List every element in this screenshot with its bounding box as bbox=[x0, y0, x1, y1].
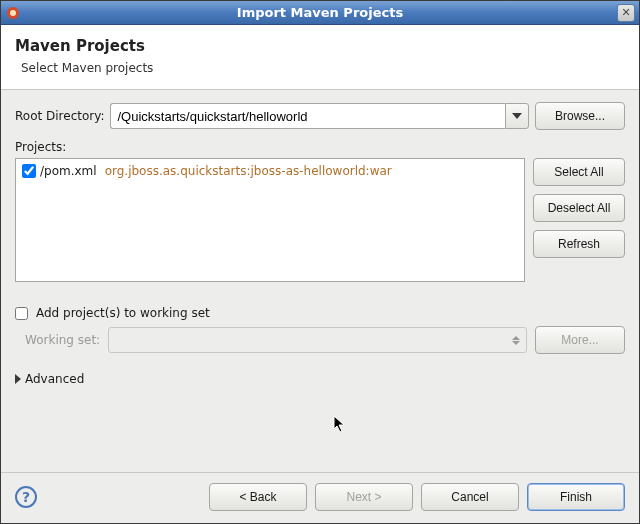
close-button[interactable]: ✕ bbox=[617, 4, 635, 22]
next-button: Next > bbox=[315, 483, 413, 511]
spinner-icon bbox=[512, 336, 520, 345]
working-set-checkbox-row: Add project(s) to working set bbox=[15, 306, 625, 320]
advanced-toggle[interactable]: Advanced bbox=[15, 372, 625, 386]
working-set-combo bbox=[108, 327, 527, 353]
wizard-header: Maven Projects Select Maven projects bbox=[1, 25, 639, 90]
projects-label: Projects: bbox=[15, 140, 625, 154]
projects-list[interactable]: /pom.xml org.jboss.as.quickstarts:jboss-… bbox=[15, 158, 525, 282]
triangle-right-icon bbox=[15, 374, 21, 384]
titlebar: Import Maven Projects ✕ bbox=[1, 1, 639, 25]
svg-point-1 bbox=[10, 10, 16, 16]
root-directory-combo bbox=[110, 103, 529, 129]
working-set-row: Working set: More... bbox=[25, 326, 625, 354]
chevron-down-icon bbox=[512, 113, 522, 119]
wizard-body: Root Directory: Browse... Projects: /pom… bbox=[1, 90, 639, 472]
refresh-button[interactable]: Refresh bbox=[533, 230, 625, 258]
deselect-all-button[interactable]: Deselect All bbox=[533, 194, 625, 222]
app-icon bbox=[5, 5, 21, 21]
more-button: More... bbox=[535, 326, 625, 354]
import-maven-dialog: Import Maven Projects ✕ Maven Projects S… bbox=[0, 0, 640, 524]
finish-button[interactable]: Finish bbox=[527, 483, 625, 511]
help-icon: ? bbox=[22, 489, 30, 505]
window-title: Import Maven Projects bbox=[1, 5, 639, 20]
browse-button[interactable]: Browse... bbox=[535, 102, 625, 130]
cancel-button[interactable]: Cancel bbox=[421, 483, 519, 511]
page-subtitle: Select Maven projects bbox=[21, 61, 625, 75]
select-all-button[interactable]: Select All bbox=[533, 158, 625, 186]
root-directory-dropdown-button[interactable] bbox=[505, 103, 529, 129]
footer-buttons: < Back Next > Cancel Finish bbox=[209, 483, 625, 511]
add-to-working-set-label: Add project(s) to working set bbox=[36, 306, 210, 320]
project-path: /pom.xml bbox=[40, 164, 97, 178]
root-directory-row: Root Directory: Browse... bbox=[15, 102, 625, 130]
root-directory-label: Root Directory: bbox=[15, 109, 104, 123]
projects-side-buttons: Select All Deselect All Refresh bbox=[533, 158, 625, 282]
close-icon: ✕ bbox=[621, 7, 630, 18]
add-to-working-set-checkbox[interactable] bbox=[15, 307, 28, 320]
help-button[interactable]: ? bbox=[15, 486, 37, 508]
advanced-label: Advanced bbox=[25, 372, 84, 386]
root-directory-input[interactable] bbox=[110, 103, 505, 129]
project-coordinates: org.jboss.as.quickstarts:jboss-as-hellow… bbox=[105, 164, 392, 178]
page-title: Maven Projects bbox=[15, 37, 625, 55]
projects-section: /pom.xml org.jboss.as.quickstarts:jboss-… bbox=[15, 158, 625, 282]
project-checkbox[interactable] bbox=[22, 164, 36, 178]
wizard-footer: ? < Back Next > Cancel Finish bbox=[1, 472, 639, 523]
project-item[interactable]: /pom.xml org.jboss.as.quickstarts:jboss-… bbox=[22, 163, 518, 179]
working-set-label: Working set: bbox=[25, 333, 100, 347]
back-button[interactable]: < Back bbox=[209, 483, 307, 511]
